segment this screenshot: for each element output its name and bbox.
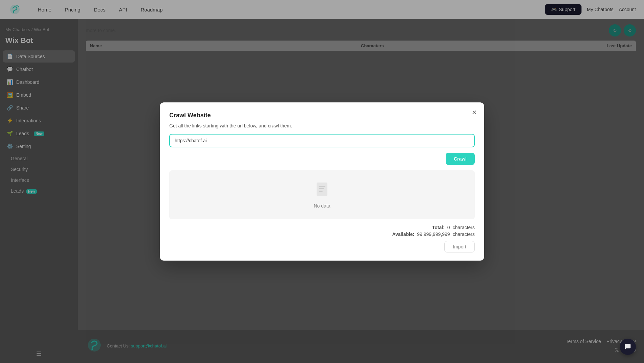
available-value: 99,999,999,999: [417, 232, 450, 237]
no-data-text: No data: [314, 203, 330, 209]
available-label: Available:: [392, 232, 415, 237]
import-button[interactable]: Import: [444, 241, 475, 252]
chat-bubble-button[interactable]: [620, 339, 636, 355]
modal-stats: Total: 0 characters Available: 99,999,99…: [169, 225, 475, 237]
modal-title: Crawl Website: [169, 112, 475, 119]
available-stat-row: Available: 99,999,999,999 characters: [392, 232, 475, 237]
url-input[interactable]: [169, 134, 475, 147]
total-label: Total:: [432, 225, 445, 230]
modal-overlay[interactable]: ✕ Crawl Website Get all the links starti…: [0, 0, 644, 363]
total-value: 0: [447, 225, 450, 230]
available-unit: characters: [453, 232, 475, 237]
modal-close-button[interactable]: ✕: [469, 108, 479, 117]
crawl-button[interactable]: Crawl: [446, 153, 475, 165]
total-unit: characters: [453, 225, 475, 230]
svg-rect-5: [319, 191, 323, 192]
modal-description: Get all the links starting with the url …: [169, 123, 475, 128]
svg-rect-3: [319, 186, 325, 187]
crawl-modal: ✕ Crawl Website Get all the links starti…: [160, 102, 484, 261]
no-data-icon: [314, 181, 330, 200]
svg-rect-4: [319, 188, 324, 189]
modal-content-area: No data: [169, 170, 475, 219]
total-stat-row: Total: 0 characters: [432, 225, 475, 230]
